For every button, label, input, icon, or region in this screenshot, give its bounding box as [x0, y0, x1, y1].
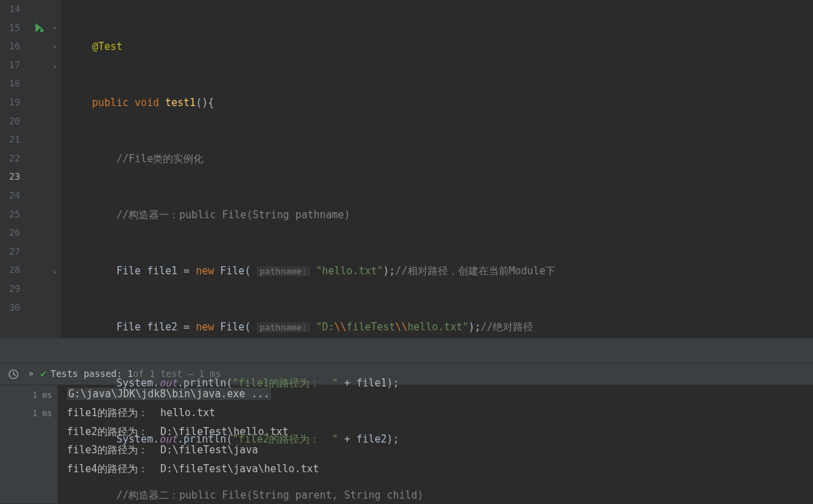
ident-token: File file1 = — [116, 265, 195, 277]
line-number: 25 — [0, 205, 20, 224]
string-token: fileTest — [347, 321, 395, 333]
keyword-token: void — [134, 97, 159, 109]
line-number: 28 — [0, 261, 20, 280]
test-duration: 1 ms — [0, 405, 52, 423]
code-line: System.out.println("file2的路径为： " + file2… — [68, 430, 813, 449]
run-test-icon[interactable] — [32, 20, 45, 41]
ident-token: + file1); — [338, 377, 399, 389]
code-line: File file1 = new File( pathname: "hello.… — [68, 262, 813, 281]
field-token: out — [159, 377, 177, 389]
paren-token: (){ — [196, 97, 214, 109]
ident-token: ); — [468, 321, 481, 333]
string-token: "file2的路径为： " — [232, 433, 338, 445]
code-editor[interactable]: 14 15 16 17 18 19 20 21 22 23 24 25 26 2… — [0, 0, 813, 338]
fold-open-icon[interactable]: ▾ — [53, 22, 57, 35]
line-number: 22 — [0, 149, 20, 168]
param-hint: pathname: — [257, 322, 310, 332]
string-token: "D: — [316, 321, 334, 333]
method-token: test1 — [166, 97, 196, 109]
line-number: 14 — [0, 0, 20, 19]
line-number: 18 — [0, 74, 20, 93]
code-line: System.out.println("file1的路径为： " + file1… — [68, 374, 813, 393]
ident-token: System. — [116, 377, 159, 389]
ident-token: ); — [383, 265, 395, 277]
comment-token: //绝对路径 — [481, 321, 533, 333]
line-number: 26 — [0, 224, 20, 243]
code-content[interactable]: @Test public void test1(){ //File类的实例化 /… — [61, 0, 813, 338]
ident-token: + file2); — [338, 433, 399, 445]
field-token: out — [159, 433, 177, 445]
expand-icon[interactable]: » — [28, 366, 34, 382]
ident-token: .println( — [178, 377, 232, 389]
annotation-token: @Test — [92, 41, 122, 53]
keyword-token: new — [196, 321, 214, 333]
comment-token: //File类的实例化 — [116, 153, 203, 165]
escape-token: \\ — [335, 321, 347, 333]
ident-token: File( — [214, 321, 251, 333]
line-number: 21 — [0, 130, 20, 149]
test-tree-sidebar[interactable]: 1 ms 1 ms — [0, 385, 57, 503]
line-number: 19 — [0, 93, 20, 112]
code-line: File file2 = new File( pathname: "D:\\fi… — [68, 318, 813, 337]
ident-token: File( — [214, 265, 251, 277]
history-icon[interactable] — [5, 366, 22, 382]
fold-close-icon[interactable]: ▴ — [53, 60, 57, 73]
line-number: 16 — [0, 37, 20, 56]
line-number: 30 — [0, 299, 20, 318]
keyword-token: new — [196, 265, 214, 277]
string-token: "hello.txt" — [316, 265, 383, 277]
comment-token: //相对路径，创建在当前Module下 — [395, 265, 556, 277]
code-line: public void test1(){ — [68, 94, 813, 113]
line-number-gutter: 14 15 16 17 18 19 20 21 22 23 24 25 26 2… — [0, 0, 27, 338]
comment-token: //构造器一：public File(String pathname) — [116, 209, 350, 221]
code-line: //File类的实例化 — [68, 150, 813, 169]
comment-token: //构造器二：public File(String parent, String… — [116, 489, 423, 501]
string-token: hello.txt" — [408, 321, 468, 333]
line-number-current: 23 — [0, 168, 20, 186]
ident-token: System. — [116, 433, 159, 445]
code-line: //构造器一：public File(String pathname) — [68, 206, 813, 225]
line-number: 15 — [0, 19, 20, 38]
line-number: 24 — [0, 186, 20, 205]
param-hint: pathname: — [257, 266, 310, 276]
string-token: "file1的路径为： " — [232, 377, 338, 389]
code-line: //构造器二：public File(String parent, String… — [68, 486, 813, 504]
code-line: @Test — [68, 38, 813, 57]
line-number: 27 — [0, 243, 20, 261]
escape-token: \\ — [395, 321, 408, 333]
fold-close-icon[interactable]: ▴ — [53, 266, 57, 278]
fold-open-icon[interactable]: ▾ — [53, 41, 57, 54]
line-number: 17 — [0, 56, 20, 75]
gutter-icon-area: ▾ ▾ ▴ ▴ — [27, 0, 61, 338]
line-number: 29 — [0, 280, 20, 299]
keyword-token: public — [92, 97, 128, 109]
line-number: 20 — [0, 112, 20, 131]
test-duration: 1 ms — [0, 386, 52, 405]
check-icon: ✔ — [41, 365, 47, 384]
ident-token: .println( — [178, 433, 232, 445]
ident-token: File file2 = — [116, 321, 195, 333]
